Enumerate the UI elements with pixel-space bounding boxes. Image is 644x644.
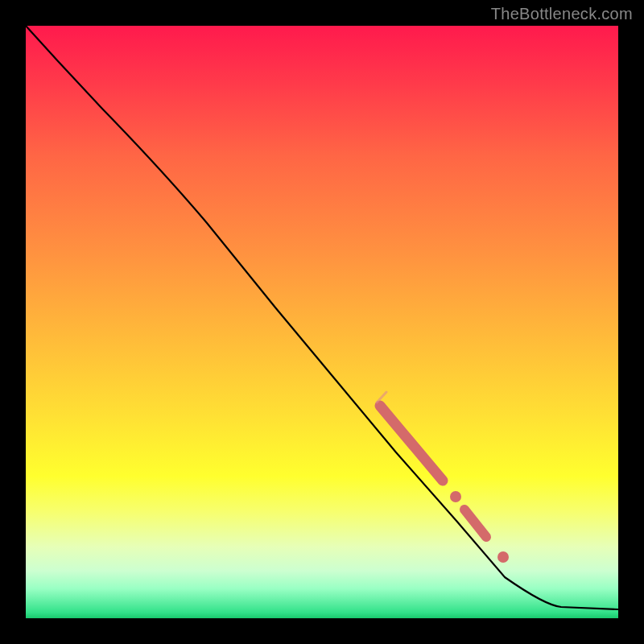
plot-overlay (26, 26, 618, 618)
highlight-dot-1 (450, 491, 461, 502)
watermark-text: TheBottleneck.com (491, 5, 633, 23)
curve-line (26, 26, 618, 609)
chart-frame: TheBottleneck.com (0, 0, 644, 644)
highlight-dot-2 (497, 551, 509, 563)
